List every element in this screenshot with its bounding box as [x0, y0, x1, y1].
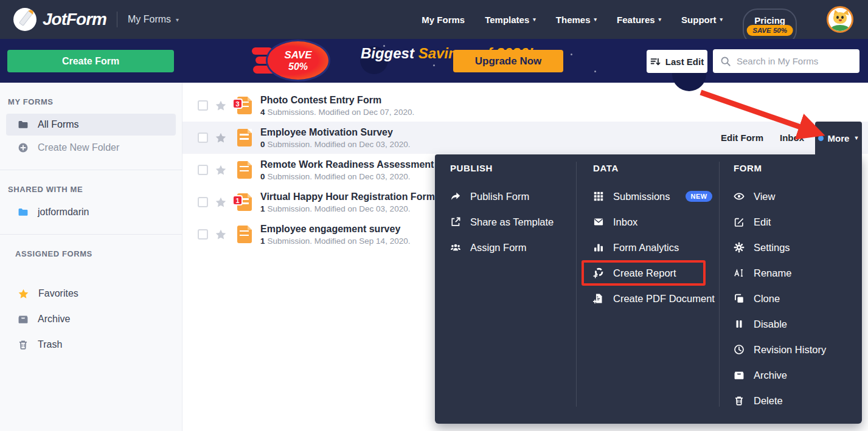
- upgrade-now-button[interactable]: Upgrade Now: [453, 50, 563, 72]
- menu-item-assign-form[interactable]: Assign Form: [450, 235, 577, 260]
- nav-support[interactable]: Support▾: [681, 15, 723, 25]
- star-decoration: [594, 71, 596, 72]
- menu-item-edit[interactable]: Edit: [734, 209, 862, 235]
- user-avatar[interactable]: [827, 6, 853, 33]
- favorite-star-icon[interactable]: [215, 164, 227, 176]
- context-switcher[interactable]: My Forms ▾: [128, 14, 179, 25]
- chevron-down-icon: ▾: [594, 16, 597, 22]
- create-pdf-icon: [593, 293, 604, 304]
- nav-templates[interactable]: Templates▾: [485, 15, 536, 25]
- menu-header-data: DATA: [593, 163, 720, 184]
- save-50-badge: SAVE 50%: [252, 40, 328, 82]
- sidebar-item-trash[interactable]: Trash: [6, 334, 176, 356]
- favorite-star-icon[interactable]: [215, 100, 227, 112]
- menu-item-archive[interactable]: Archive: [734, 362, 862, 388]
- menu-item-settings[interactable]: Settings: [734, 235, 862, 260]
- menu-item-label: Share as Template: [470, 216, 554, 228]
- form-title: Remote Work Readiness Assessment: [260, 159, 434, 170]
- context-label: My Forms: [128, 14, 171, 25]
- menu-item-publish-form[interactable]: Publish Form: [450, 184, 577, 209]
- create-form-button[interactable]: Create Form: [7, 50, 174, 72]
- row-text: Virtual Happy Hour Registration Form 1Su…: [260, 191, 435, 213]
- sort-button[interactable]: Last Edit: [647, 50, 707, 73]
- rename-text-cursor-icon: [734, 267, 745, 278]
- favorite-star-icon[interactable]: [215, 229, 227, 241]
- sidebar-item-all-forms[interactable]: All Forms: [6, 114, 176, 136]
- sidebar: MY FORMS All Forms Create New Folder SHA…: [0, 83, 182, 431]
- sidebar-item-label: All Forms: [38, 119, 79, 130]
- form-title: Employee engagement survey: [260, 224, 410, 235]
- nav-themes[interactable]: Themes▾: [556, 15, 597, 25]
- share-template-icon: [450, 216, 461, 227]
- form-row-photo-contest[interactable]: 3 Photo Contest Entry Form 4Submissions.…: [182, 89, 868, 122]
- form-document-icon: 3: [237, 97, 252, 114]
- menu-item-delete[interactable]: Delete: [734, 388, 862, 413]
- revision-history-clock-icon: [734, 344, 745, 355]
- nav-my-forms[interactable]: My Forms: [422, 15, 465, 25]
- menu-item-label: Delete: [754, 395, 783, 407]
- jotform-logo[interactable]: JotForm: [13, 8, 106, 31]
- row-text: Employee Motivation Survey 0Submission. …: [260, 127, 410, 149]
- more-label: More: [828, 133, 850, 143]
- form-title: Photo Contest Entry Form: [260, 95, 414, 106]
- top-header: JotForm My Forms ▾ My Forms Templates▾ T…: [0, 0, 868, 39]
- delete-trash-icon: [734, 395, 745, 406]
- folder-icon: [18, 119, 29, 130]
- row-text: Remote Work Readiness Assessment 0Submis…: [260, 159, 434, 181]
- menu-item-inbox[interactable]: Inbox: [593, 209, 720, 235]
- edit-pencil-icon: [734, 216, 745, 227]
- edit-form-button[interactable]: Edit Form: [721, 133, 763, 143]
- menu-item-disable[interactable]: Disable: [734, 311, 862, 337]
- form-meta: 4Submissions. Modified on Dec 07, 2020.: [260, 108, 414, 117]
- menu-item-rename[interactable]: Rename: [734, 260, 862, 286]
- sidebar-item-archive[interactable]: Archive: [6, 308, 176, 330]
- publish-form-icon: [450, 191, 461, 202]
- menu-item-label: Assign Form: [470, 242, 527, 253]
- search-input[interactable]: [737, 56, 858, 66]
- menu-item-form-analytics[interactable]: Form Analytics: [593, 235, 720, 260]
- submission-count-badge: 3: [232, 98, 243, 109]
- trash-icon: [18, 339, 29, 350]
- row-checkbox[interactable]: [198, 197, 208, 207]
- form-meta: 0Submission. Modified on Dec 03, 2020.: [260, 172, 434, 181]
- favorite-star-icon[interactable]: [215, 196, 227, 209]
- inbox-envelope-icon: [593, 216, 604, 227]
- sidebar-item-label: Archive: [38, 314, 70, 325]
- nav-pricing[interactable]: Pricing SAVE 50%: [743, 9, 797, 39]
- sidebar-item-label: Trash: [38, 339, 62, 350]
- header-nav: My Forms Templates▾ Themes▾ Features▾ Su…: [422, 0, 868, 39]
- sidebar-item-favorites[interactable]: Favorites: [6, 283, 176, 305]
- nav-features[interactable]: Features▾: [617, 15, 661, 25]
- menu-item-create-pdf-document[interactable]: Create PDF Document: [593, 286, 720, 311]
- more-button[interactable]: More ▼: [815, 122, 862, 154]
- menu-item-revision-history[interactable]: Revision History: [734, 337, 862, 362]
- shared-folder-icon: [18, 207, 29, 218]
- row-checkbox[interactable]: [198, 133, 208, 143]
- sidebar-divider: [0, 170, 182, 170]
- inbox-button[interactable]: Inbox: [780, 133, 804, 143]
- sidebar-item-create-new-folder[interactable]: Create New Folder: [6, 137, 176, 159]
- row-checkbox[interactable]: [198, 165, 208, 175]
- menu-item-view[interactable]: View: [734, 184, 862, 209]
- form-row-employee-motivation[interactable]: Employee Motivation Survey 0Submission. …: [182, 122, 868, 154]
- row-checkbox[interactable]: [198, 100, 208, 111]
- assign-form-icon: [450, 242, 461, 253]
- plus-circle-icon: [18, 142, 29, 153]
- menu-item-create-report[interactable]: Create Report: [593, 260, 720, 286]
- row-checkbox[interactable]: [198, 229, 208, 240]
- jotform-pencil-icon: [13, 8, 36, 31]
- menu-item-label: Create Report: [613, 267, 676, 279]
- menu-item-submissions[interactable]: Submissions NEW: [593, 184, 720, 209]
- settings-gear-icon: [734, 242, 745, 253]
- menu-item-clone[interactable]: Clone: [734, 286, 862, 311]
- sidebar-header-my-forms: MY FORMS: [8, 97, 182, 106]
- create-report-icon: [593, 267, 604, 278]
- star-decoration: [433, 64, 435, 66]
- star-decoration: [571, 53, 572, 55]
- menu-item-label: Form Analytics: [613, 242, 679, 253]
- menu-item-share-as-template[interactable]: Share as Template: [450, 209, 577, 235]
- favorite-star-icon[interactable]: [215, 132, 227, 144]
- sidebar-item-jotformdarin[interactable]: jotformdarin: [6, 201, 176, 223]
- menu-column-data: DATA Submissions NEW Inbox Form Analytic…: [577, 154, 720, 424]
- row-text: Employee engagement survey 1Submission. …: [260, 224, 410, 246]
